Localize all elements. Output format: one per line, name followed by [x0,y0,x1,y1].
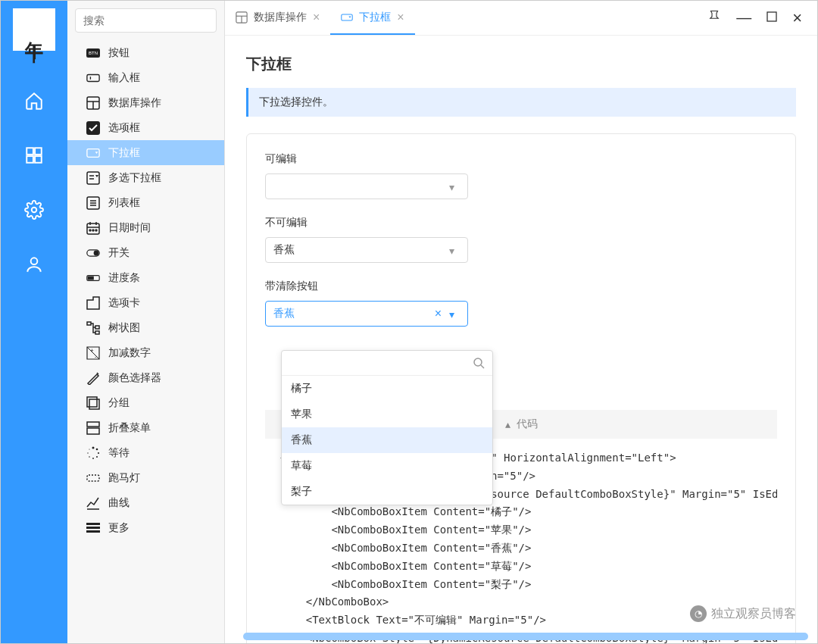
nav-item-database[interactable]: 数据库操作 [78,90,224,115]
nav-label: 曲线 [108,496,130,510]
group-icon [86,395,101,411]
nav-item-tree[interactable]: 树状图 [78,315,224,340]
clearable-combobox[interactable]: 香蕉 × ▾ [265,301,468,327]
svg-rect-3 [35,156,42,163]
progress-icon [86,270,101,286]
nav-label: 列表框 [108,196,140,210]
nav-item-button[interactable]: BTN按钮 [78,40,224,65]
database-icon [86,95,101,111]
svg-rect-52 [86,527,100,529]
watermark: ◔ 独立观察员博客 [690,605,796,622]
nav-label: 进度条 [108,271,140,285]
tab-label: 下拉框 [359,11,391,24]
nav-label: 选项卡 [108,296,140,310]
nav-item-datetime[interactable]: 日期时间 [78,215,224,240]
editable-label: 可编辑 [265,152,777,166]
nav-item-accordion[interactable]: 折叠菜单 [78,415,224,440]
close-window-icon[interactable]: × [792,8,802,28]
chart-icon [86,496,101,511]
svg-rect-51 [86,523,100,525]
nav-label: 选项框 [108,121,140,135]
pin-icon[interactable] [707,10,721,27]
loading-icon [86,445,101,461]
input-icon [86,70,101,86]
svg-point-45 [96,456,98,458]
svg-rect-40 [87,422,99,427]
btn-icon: BTN [86,45,101,61]
noneditable-combobox[interactable]: 香蕉 ▾ [265,237,468,263]
noneditable-label: 不可编辑 [265,216,777,230]
nav-item-listbox[interactable]: 列表框 [78,190,224,215]
nav-item-more[interactable]: 更多 [78,515,224,540]
nav-item-input[interactable]: 输入框 [78,65,224,90]
nav-label: 树状图 [108,321,140,335]
svg-rect-8 [87,74,99,81]
search-input[interactable] [75,8,217,33]
minimize-icon[interactable]: — [736,9,751,27]
nav-item-colorpicker[interactable]: 颜色选择器 [78,365,224,390]
dropdown-option[interactable]: 苹果 [282,402,492,427]
nav-item-loading[interactable]: 等待 [78,440,224,465]
dropdown-search [282,351,492,376]
tab-database[interactable]: 数据库操作 × [225,1,330,35]
clear-icon[interactable]: × [435,307,442,320]
home-icon[interactable] [23,90,45,111]
tabs: 数据库操作 × 下拉框 × [225,1,415,35]
main-area: 数据库操作 × 下拉框 × — × 下拉框 下拉选择控件。 可编辑 [225,1,817,643]
combobox-value: 香蕉 [273,243,449,257]
svg-point-27 [92,230,94,231]
nav-item-progress[interactable]: 进度条 [78,265,224,290]
switch-icon [86,245,101,261]
svg-rect-33 [87,322,91,325]
svg-rect-50 [87,475,99,481]
editable-combobox[interactable]: ▾ [265,174,468,199]
svg-point-30 [94,251,98,255]
dropdown-search-input[interactable] [289,357,473,369]
svg-text:-: - [95,353,97,360]
chevron-down-icon: ▾ [449,245,460,255]
dropdown-option[interactable]: 橘子 [282,376,492,402]
maximize-icon[interactable] [766,11,777,25]
wechat-icon: ◔ [690,605,707,622]
nav-item-combobox[interactable]: 下拉框 [67,140,224,165]
settings-icon[interactable] [23,199,45,220]
nav-label: 等待 [108,446,130,460]
nav-item-multiselect[interactable]: 多选下拉框 [78,165,224,190]
nav-label: 分组 [108,396,130,410]
svg-rect-14 [87,148,99,157]
svg-point-49 [89,449,89,449]
nav-label: 输入框 [108,71,140,85]
close-icon[interactable]: × [313,11,320,24]
dropdown-option[interactable]: 草莓 [282,453,492,479]
nav-item-chart[interactable]: 曲线 [78,490,224,515]
chevron-down-icon: ▾ [449,308,460,319]
tab-combobox[interactable]: 下拉框 × [330,1,414,35]
nav-label: 开关 [108,246,130,260]
nav-item-tabs[interactable]: 选项卡 [78,290,224,315]
svg-point-26 [89,230,91,231]
nav-item-marquee[interactable]: 跑马灯 [78,465,224,490]
user-icon[interactable] [23,254,45,275]
nav-item-switch[interactable]: 开关 [78,240,224,265]
svg-rect-32 [88,276,94,280]
close-icon[interactable]: × [397,11,404,24]
nav-label: 折叠菜单 [108,421,151,435]
watermark-text: 独立观察员博客 [711,606,796,622]
svg-rect-15 [87,172,99,184]
horizontal-scrollbar[interactable] [243,633,808,640]
nav-item-stepper[interactable]: +-加减数字 [78,340,224,365]
svg-point-44 [98,452,99,453]
nav-item-group[interactable]: 分组 [78,390,224,415]
svg-rect-0 [27,148,33,155]
nav-label: 跑马灯 [108,471,140,485]
calendar-icon [86,220,101,236]
nav-item-checkbox[interactable]: 选项框 [78,115,224,140]
multiselect-icon [86,170,101,186]
search-icon [473,357,485,369]
grid-icon[interactable] [23,145,45,166]
svg-point-47 [89,456,90,458]
accordion-icon [86,420,101,436]
dropdown-option[interactable]: 梨子 [282,479,492,505]
combobox-icon [86,145,101,161]
dropdown-option[interactable]: 香蕉 [282,427,492,453]
